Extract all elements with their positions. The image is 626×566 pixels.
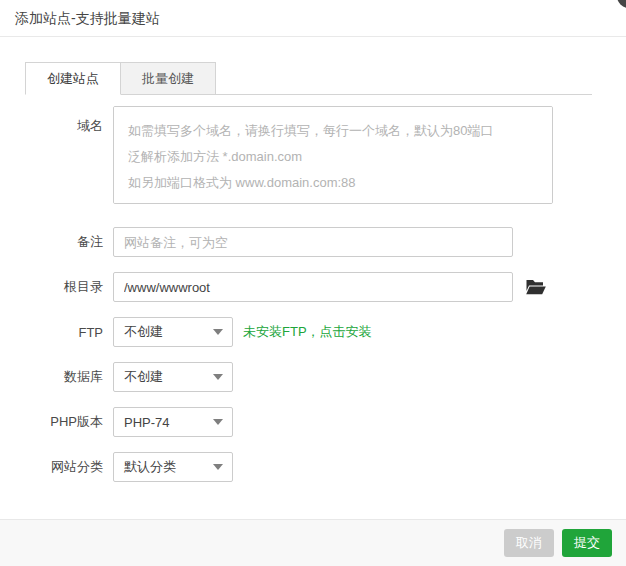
domain-label: 域名 (15, 106, 113, 135)
tab-label: 创建站点 (47, 71, 99, 86)
site-category-selected-value: 默认分类 (124, 458, 176, 476)
php-version-select[interactable]: PHP-74 (113, 407, 233, 437)
caret-down-icon (213, 329, 223, 335)
database-selected-value: 不创建 (124, 368, 163, 386)
install-ftp-link[interactable]: 未安装FTP，点击安装 (243, 323, 372, 341)
dialog-title: 添加站点-支持批量建站 (15, 10, 160, 26)
site-category-row: 网站分类 默认分类 (15, 452, 626, 482)
root-dir-label: 根目录 (15, 278, 113, 296)
caret-down-icon (213, 419, 223, 425)
remark-input[interactable] (113, 227, 513, 257)
dialog-titlebar: 添加站点-支持批量建站 (0, 0, 626, 37)
database-select[interactable]: 不创建 (113, 362, 233, 392)
ftp-row: FTP 不创建 未安装FTP，点击安装 (15, 317, 626, 347)
php-version-label: PHP版本 (15, 413, 113, 431)
root-dir-input[interactable] (113, 272, 513, 302)
browse-directory-button[interactable] (525, 277, 547, 297)
tab-batch-create[interactable]: 批量创建 (121, 62, 216, 95)
remark-label: 备注 (15, 233, 113, 251)
ftp-select[interactable]: 不创建 (113, 317, 233, 347)
site-category-select[interactable]: 默认分类 (113, 452, 233, 482)
caret-down-icon (213, 374, 223, 380)
add-site-dialog: 添加站点-支持批量建站 创建站点 批量创建 域名 备注 根目录 (0, 0, 626, 566)
tab-create-site[interactable]: 创建站点 (25, 62, 121, 95)
dialog-footer: 取消 提交 (0, 519, 626, 566)
folder-icon (526, 279, 546, 295)
tab-bar: 创建站点 批量创建 (25, 62, 592, 95)
ftp-label: FTP (15, 325, 113, 340)
remark-row: 备注 (15, 227, 626, 257)
caret-down-icon (213, 464, 223, 470)
ftp-selected-value: 不创建 (124, 323, 163, 341)
site-category-label: 网站分类 (15, 458, 113, 476)
domain-row: 域名 (15, 106, 626, 204)
tab-label: 批量创建 (142, 71, 194, 86)
submit-button[interactable]: 提交 (562, 529, 612, 557)
domain-input[interactable] (113, 106, 553, 204)
database-row: 数据库 不创建 (15, 362, 626, 392)
php-version-selected-value: PHP-74 (124, 415, 170, 430)
create-site-form: 域名 备注 根目录 FTP 不创建 (0, 106, 626, 482)
root-dir-row: 根目录 (15, 272, 626, 302)
cancel-button[interactable]: 取消 (504, 529, 554, 557)
database-label: 数据库 (15, 368, 113, 386)
php-version-row: PHP版本 PHP-74 (15, 407, 626, 437)
